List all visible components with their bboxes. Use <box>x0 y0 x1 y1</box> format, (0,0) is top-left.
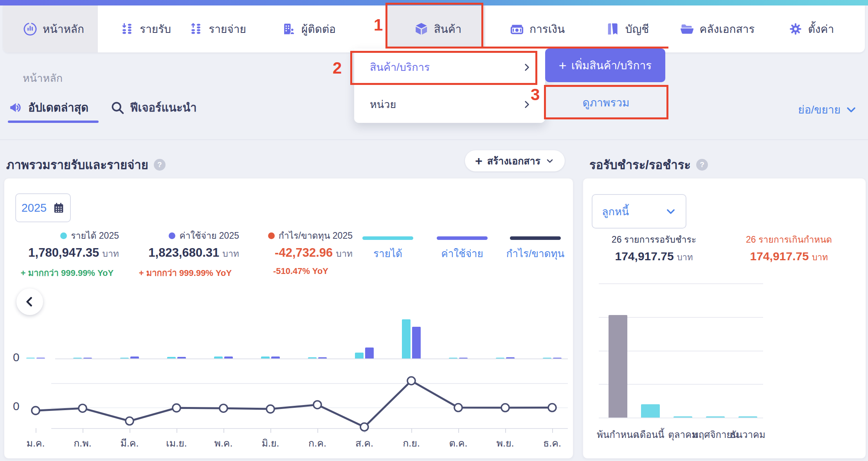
receivable-bar-4 <box>738 416 757 418</box>
receivable-section-header: รอรับชำระ/รอชำระ ? <box>589 155 708 175</box>
help-icon[interactable]: ? <box>154 159 166 171</box>
nav-item-6[interactable]: บัญชี <box>606 5 649 52</box>
tab-latest-updates[interactable]: อัปเดตล่าสุด <box>9 99 88 117</box>
chevron-right-icon <box>522 62 532 72</box>
expense-icon <box>189 22 203 36</box>
nav-item-label: รายรับ <box>140 20 171 38</box>
receivable-section-title: รอรับชำระ/รอชำระ <box>589 155 691 175</box>
income-icon <box>120 22 134 36</box>
nav-item-label: รายจ่าย <box>209 20 246 38</box>
nav-item-7[interactable]: คลังเอกสาร <box>680 5 755 52</box>
tab-recommended-features-label: ฟีเจอร์แนะนำ <box>130 99 197 117</box>
overview-section-header: ภาพรวมรายรับและรายจ่าย ? <box>6 155 166 175</box>
create-document-button[interactable]: + สร้างเอกสาร <box>465 150 565 171</box>
tab-latest-updates-label: อัปเดตล่าสุด <box>28 99 88 117</box>
nav-item-label: การเงิน <box>529 20 565 38</box>
tab-recommended-features[interactable]: ฟีเจอร์แนะนำ <box>110 99 197 117</box>
help-icon[interactable]: ? <box>696 159 708 171</box>
overview-section-title: ภาพรวมรายรับและรายจ่าย <box>6 155 148 175</box>
menu-item-label: หน่วย <box>370 96 396 113</box>
search-icon <box>110 101 124 115</box>
nav-item-3[interactable]: ผู้ติดต่อ <box>282 5 336 52</box>
line-point-0 <box>32 407 40 414</box>
line-point-2 <box>126 417 133 425</box>
add-product-button[interactable]: + เพิ่มสินค้า/บริการ <box>545 49 665 82</box>
income-expense-overview-card: 2025 รายได้ 20251,780,947.35บาท+ มากกว่า… <box>4 178 573 459</box>
nav-item-label: บัญชี <box>625 20 649 38</box>
chart-prev-button[interactable] <box>16 288 43 315</box>
gridline <box>599 283 763 284</box>
receivable-category-4: ธันวาคม <box>730 427 765 442</box>
view-overview-button[interactable]: ดูภาพรวม <box>545 86 667 119</box>
documents-icon <box>680 22 694 36</box>
main-nav: หน้าหลักรายรับรายจ่ายผู้ติดต่อสินค้าการเ… <box>3 5 865 52</box>
line-point-4 <box>220 404 227 412</box>
receivable-chart: พ้นกำหนดเดือนนี้ตุลาคมพฤศจิกายนธันวาคม <box>583 178 866 459</box>
line-point-3 <box>173 404 180 412</box>
dashboard-icon <box>23 22 37 36</box>
contacts-icon <box>282 22 296 36</box>
nav-item-label: สินค้า <box>434 20 462 38</box>
nav-item-8[interactable]: ตั้งค่า <box>789 5 834 52</box>
receivable-card: ลูกหนี้ 26 รายการรอรับชำระ 174,917.75บาท… <box>583 178 866 459</box>
section-divider <box>0 139 868 140</box>
receivable-category-1: เดือนนี้ <box>636 427 664 442</box>
line-point-11 <box>548 404 556 412</box>
line-point-10 <box>501 404 509 412</box>
products-dropdown-menu: สินค้า/บริการหน่วย <box>354 49 545 123</box>
line-point-9 <box>454 404 462 412</box>
nav-item-4[interactable]: สินค้า <box>414 5 462 52</box>
megaphone-icon <box>9 101 23 115</box>
app-window: หน้าหลักรายรับรายจ่ายผู้ติดต่อสินค้าการเ… <box>0 0 868 461</box>
top-gradient-bar <box>0 0 868 5</box>
view-overview-label: ดูภาพรวม <box>582 94 629 111</box>
nav-item-label: ตั้งค่า <box>808 20 834 38</box>
income-expense-chart: 00ม.ค.ก.พ.มี.ค.เม.ย.พ.ค.มิ.ย.ก.ค.ส.ค.ก.ย… <box>12 178 572 459</box>
active-tab-underline <box>8 121 99 123</box>
collapse-expand-toggle[interactable]: ย่อ/ขยาย <box>798 101 857 118</box>
nav-item-label: หน้าหลัก <box>43 20 84 38</box>
menu-item-1[interactable]: หน่วย <box>354 86 545 123</box>
line-point-5 <box>267 405 274 413</box>
annotation-number-1: 1 <box>374 16 383 34</box>
receivable-bar-2 <box>674 416 692 418</box>
nav-item-5[interactable]: การเงิน <box>510 5 565 52</box>
line-point-6 <box>313 401 321 409</box>
menu-item-0[interactable]: สินค้า/บริการ <box>354 49 545 86</box>
receivable-bar-3 <box>706 416 725 418</box>
annotation-number-3: 3 <box>531 85 540 104</box>
receivable-category-0: พ้นกำหนด <box>597 427 639 442</box>
nav-item-label: ผู้ติดต่อ <box>301 20 336 38</box>
nav-item-2[interactable]: รายจ่าย <box>189 5 246 52</box>
products-icon <box>414 22 429 36</box>
line-point-1 <box>79 404 86 412</box>
collapse-expand-label: ย่อ/ขยาย <box>798 101 841 118</box>
profit-line-chart <box>12 178 572 459</box>
accounting-icon <box>606 22 620 36</box>
nav-item-1[interactable]: รายรับ <box>120 5 171 52</box>
nav-item-label: คลังเอกสาร <box>700 20 755 38</box>
annotation-number-2: 2 <box>333 59 342 77</box>
line-point-8 <box>407 377 415 385</box>
menu-item-label: สินค้า/บริการ <box>370 59 430 76</box>
settings-icon <box>789 22 803 36</box>
breadcrumb: หน้าหลัก <box>23 70 63 86</box>
gridline <box>599 418 763 418</box>
chevron-down-blue-icon <box>845 104 857 115</box>
create-document-label: สร้างเอกสาร <box>487 153 540 169</box>
nav-item-0[interactable]: หน้าหลัก <box>23 5 84 52</box>
add-product-label: เพิ่มสินค้า/บริการ <box>571 57 652 74</box>
chevron-left-icon <box>23 295 36 308</box>
line-point-7 <box>360 423 368 431</box>
annotation-connector-line <box>481 47 668 49</box>
receivable-bar-0 <box>609 315 627 418</box>
receivable-bar-1 <box>641 404 660 418</box>
chevron-down-navy-icon <box>545 156 555 166</box>
finance-icon <box>510 22 524 36</box>
